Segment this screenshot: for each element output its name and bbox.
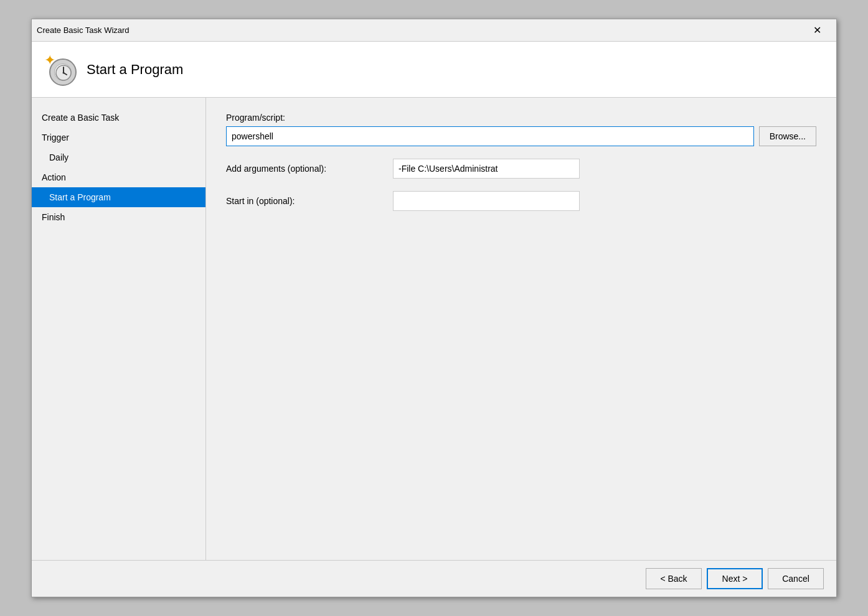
sidebar-item-finish[interactable]: Finish [32,207,205,227]
startin-group: Start in (optional): [226,191,816,211]
header-title: Start a Program [87,62,183,78]
sidebar-item-start-a-program[interactable]: Start a Program [32,187,205,207]
startin-row: Start in (optional): [226,191,816,211]
sidebar-item-action[interactable]: Action [32,167,205,187]
startin-label: Start in (optional): [226,196,388,206]
startin-input[interactable] [393,191,580,211]
sidebar-item-create-basic-task[interactable]: Create a Basic Task [32,108,205,128]
back-button[interactable]: < Back [646,568,702,589]
arguments-row: Add arguments (optional): [226,159,816,179]
dialog-content: Create a Basic Task Trigger Daily Action… [32,98,836,560]
next-button[interactable]: Next > [707,568,763,589]
program-row: Browse... [226,126,816,146]
arguments-input[interactable] [393,159,580,179]
window-title: Create Basic Task Wizard [37,26,803,35]
header-icon: ✦ [44,54,77,86]
clock-icon [49,58,77,86]
sidebar-item-daily[interactable]: Daily [32,147,205,167]
dialog-footer: < Back Next > Cancel [32,560,836,597]
svg-point-3 [63,72,65,73]
arguments-label: Add arguments (optional): [226,164,388,174]
close-button[interactable]: ✕ [803,21,831,40]
browse-button[interactable]: Browse... [759,126,816,146]
clock-face [54,63,72,81]
program-label: Program/script: [226,113,816,123]
cancel-button[interactable]: Cancel [768,568,824,589]
sidebar: Create a Basic Task Trigger Daily Action… [32,98,206,560]
main-form: Program/script: Browse... Add arguments … [206,98,836,560]
program-group: Program/script: Browse... [226,113,816,146]
dialog-header: ✦ Start a Program [32,42,836,98]
program-input[interactable] [226,126,754,146]
clock-svg [55,64,72,82]
sidebar-item-trigger[interactable]: Trigger [32,128,205,147]
title-bar: Create Basic Task Wizard ✕ [32,19,836,42]
dialog-window: Create Basic Task Wizard ✕ ✦ Start a Pro… [31,19,837,597]
arguments-group: Add arguments (optional): [226,159,816,179]
